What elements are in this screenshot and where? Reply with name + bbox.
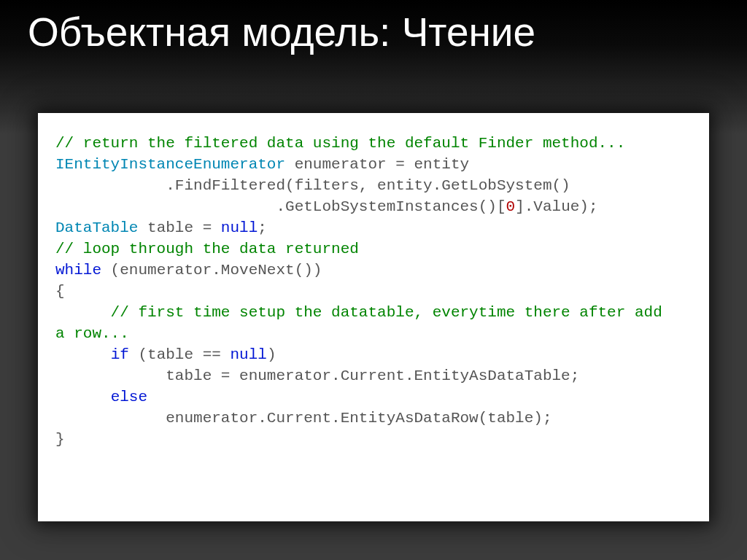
code-text: {: [55, 283, 65, 300]
code-comment: // first time setup the datatable, every…: [55, 304, 662, 321]
code-text: ].Value);: [515, 198, 597, 215]
code-keyword: else: [111, 389, 147, 405]
code-panel: // return the filtered data using the de…: [38, 113, 709, 521]
slide-container: Объектная модель: Чтение // return the f…: [0, 0, 747, 560]
code-text: table = enumerator.Current.EntityAsDataT…: [55, 368, 579, 384]
code-text: [55, 346, 111, 363]
code-block: // return the filtered data using the de…: [55, 133, 692, 451]
code-text: (table ==: [129, 346, 231, 363]
code-type: IEntityInstanceEnumerator: [55, 156, 285, 173]
code-keyword: null: [221, 219, 258, 236]
code-type: DataTable: [55, 219, 138, 236]
code-keyword: if: [111, 346, 129, 363]
code-number: 0: [506, 198, 516, 215]
code-text: .FindFiltered(filters, entity.GetLobSyst…: [55, 177, 570, 194]
code-comment: // return the filtered data using the de…: [55, 135, 625, 152]
code-text: (enumerator.MoveNext()): [101, 262, 322, 279]
code-keyword: while: [55, 262, 101, 279]
code-keyword: null: [230, 346, 266, 363]
code-text: ): [267, 346, 276, 363]
code-text: [55, 389, 111, 405]
code-comment: a row...: [55, 325, 129, 342]
slide-title: Объектная модель: Чтение: [28, 9, 535, 55]
code-text: table =: [138, 219, 220, 236]
code-text: }: [55, 431, 65, 448]
code-text: enumerator = entity: [285, 156, 469, 173]
code-text: enumerator.Current.EntityAsDataRow(table…: [55, 410, 552, 427]
code-text: ;: [258, 219, 267, 236]
code-text: .GetLobSystemInstances()[: [55, 198, 506, 215]
code-comment: // loop through the data returned: [55, 241, 359, 257]
